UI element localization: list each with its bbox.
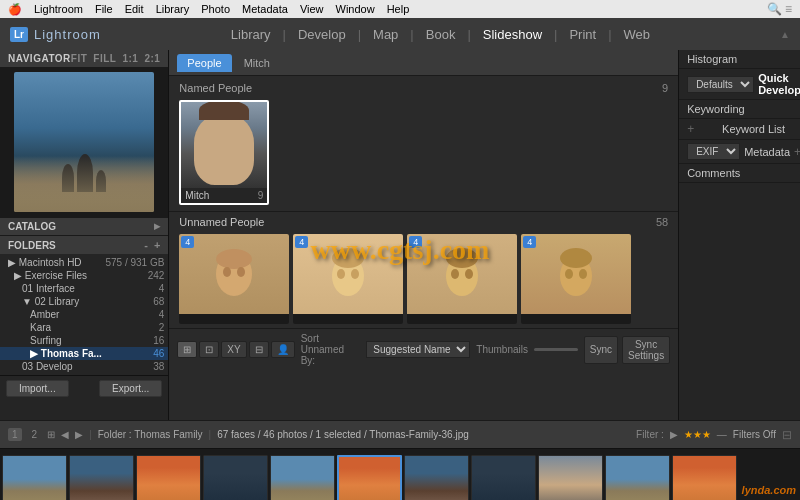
prev-icon[interactable]: ◀ (61, 429, 69, 440)
filmstrip-thumb-9[interactable] (538, 455, 603, 501)
svg-point-15 (579, 269, 587, 279)
filmstrip-thumb-10[interactable] (605, 455, 670, 501)
filmstrip-thumb-11[interactable] (672, 455, 737, 501)
unnamed-face-1 (179, 234, 289, 314)
thumbnails-label: Thumbnails (476, 344, 528, 355)
filmstrip-thumb-1[interactable] (2, 455, 67, 501)
menu-library[interactable]: Library (156, 3, 190, 15)
named-people-label: Named People 9 (179, 82, 668, 94)
search-icon[interactable]: 🔍 ≡ (767, 2, 792, 16)
menu-lightroom[interactable]: Lightroom (34, 3, 83, 15)
filmstrip-thumb-2[interactable] (69, 455, 134, 501)
svg-point-5 (332, 248, 364, 268)
menu-photo[interactable]: Photo (201, 3, 230, 15)
folder-controls: - + (144, 239, 160, 251)
folder-thomas[interactable]: ▶ Thomas Fa... 46 (0, 347, 168, 360)
thumbnail-size-slider[interactable] (534, 348, 578, 351)
tab-mitch[interactable]: Mitch (234, 54, 280, 72)
keywording-item[interactable]: Keywording ▶ (679, 100, 800, 119)
tab-develop[interactable]: Develop (288, 27, 356, 42)
page-num-1[interactable]: 1 (8, 428, 22, 441)
left-panel: Navigator FIT FILL 1:1 2:1 (0, 50, 169, 420)
tab-slideshow[interactable]: Slideshow (473, 27, 552, 42)
sync-button[interactable]: Sync (584, 336, 618, 364)
menu-file[interactable]: File (95, 3, 113, 15)
keyword-list-item[interactable]: + Keyword List ▶ (679, 119, 800, 140)
page-num-2[interactable]: 2 (28, 428, 42, 441)
import-button[interactable]: Import... (6, 380, 69, 397)
svg-point-3 (237, 267, 245, 277)
folder-02library[interactable]: ▼ 02 Library 68 (0, 295, 168, 308)
menu-edit[interactable]: Edit (125, 3, 144, 15)
tab-people[interactable]: People (177, 54, 231, 72)
unnamed-card-2[interactable]: 4 (293, 234, 403, 324)
folder-kara[interactable]: Kara 2 (0, 321, 168, 334)
folder-macintosh[interactable]: ▶ Macintosh HD 575 / 931 GB (0, 256, 168, 269)
filmstrip-thumb-5[interactable] (270, 455, 335, 501)
apple-menu[interactable]: 🍎 (8, 3, 22, 16)
people-view-btn[interactable]: 👤 (271, 341, 295, 358)
filmstrip-thumb-3[interactable] (136, 455, 201, 501)
navigator-preview[interactable] (14, 72, 154, 212)
folders-header[interactable]: Folders - + (0, 235, 168, 254)
sort-select[interactable]: Suggested Name (366, 341, 470, 358)
menu-metadata[interactable]: Metadata (242, 3, 288, 15)
folder-03develop[interactable]: 03 Develop 38 (0, 360, 168, 373)
view-buttons: ⊞ ⊡ XY ⊟ 👤 (177, 341, 294, 358)
sync-settings-button[interactable]: Sync Settings (622, 336, 670, 364)
unnamed-face-2 (293, 234, 403, 314)
filmstrip-thumb-7[interactable] (404, 455, 469, 501)
unnamed-card-1[interactable]: 4 (179, 234, 289, 324)
menu-bar: 🍎 Lightroom File Edit Library Photo Meta… (0, 0, 800, 18)
metadata-plus: + (794, 145, 800, 159)
tab-book[interactable]: Book (416, 27, 466, 42)
defaults-row: Defaults Quick Develop ▼ (679, 69, 800, 100)
1-1-btn[interactable]: 1:1 (122, 53, 138, 64)
loupe-view-btn[interactable]: ⊡ (199, 341, 219, 358)
filter-arrow[interactable]: ▶ (670, 429, 678, 440)
next-icon[interactable]: ▶ (75, 429, 83, 440)
compare-view-btn[interactable]: XY (221, 341, 246, 358)
2-1-btn[interactable]: 2:1 (144, 53, 160, 64)
tab-library[interactable]: Library (221, 27, 281, 42)
menu-help[interactable]: Help (387, 3, 410, 15)
folder-surfing[interactable]: Surfing 16 (0, 334, 168, 347)
unnamed-card-4[interactable]: 4 (521, 234, 631, 324)
unnamed-card-3[interactable]: 4 (407, 234, 517, 324)
exif-select[interactable]: EXIF (687, 143, 740, 160)
fill-btn[interactable]: FILL (93, 53, 116, 64)
filmstrip-thumb-6[interactable] (337, 455, 402, 501)
filter-divider: — (717, 429, 727, 440)
filmstrip-thumb-8[interactable] (471, 455, 536, 501)
tab-web[interactable]: Web (614, 27, 661, 42)
menu-view[interactable]: View (300, 3, 324, 15)
photo-count: 67 faces / 46 photos / 1 selected / Thom… (217, 429, 469, 440)
survey-view-btn[interactable]: ⊟ (249, 341, 269, 358)
menu-window[interactable]: Window (336, 3, 375, 15)
export-button[interactable]: Export... (99, 380, 162, 397)
multi-view-icon[interactable]: ⊞ (47, 429, 55, 440)
lr-logo-box: Lr (10, 27, 28, 42)
folders-label: Folders (8, 240, 56, 251)
folder-exercise[interactable]: ▶ Exercise Files 242 (0, 269, 168, 282)
filmstrip-thumb-4[interactable] (203, 455, 268, 501)
folder-plus[interactable]: + (154, 239, 160, 251)
fit-btn[interactable]: FIT (71, 53, 88, 64)
grid-view-btn[interactable]: ⊞ (177, 341, 197, 358)
catalog-header[interactable]: Catalog ▶ (0, 217, 168, 235)
navigator-header[interactable]: Navigator FIT FILL 1:1 2:1 (0, 50, 168, 67)
folder-amber[interactable]: Amber 4 (0, 308, 168, 321)
expand-filmstrip-icon[interactable]: ⊟ (782, 428, 792, 442)
defaults-select[interactable]: Defaults (687, 76, 754, 93)
svg-point-13 (560, 248, 592, 268)
comments-item[interactable]: Comments ▶ (679, 164, 800, 183)
keyword-list-label: Keyword List (722, 123, 785, 135)
star-rating[interactable]: ★★★ (684, 429, 711, 440)
person-card-mitch[interactable]: Mitch 9 (179, 100, 269, 205)
tab-print[interactable]: Print (559, 27, 606, 42)
histogram-item[interactable]: Histogram ▼ (679, 50, 800, 69)
tab-map[interactable]: Map (363, 27, 408, 42)
folder-01interface[interactable]: 01 Interface 4 (0, 282, 168, 295)
folder-minus[interactable]: - (144, 239, 148, 251)
collapse-icon[interactable]: ▲ (780, 29, 790, 40)
